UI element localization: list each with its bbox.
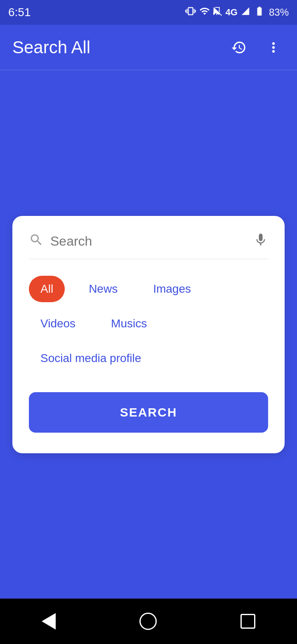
vibrate-icon [185, 6, 196, 19]
bottom-nav [0, 599, 297, 644]
status-time: 6:51 [8, 6, 31, 19]
back-button[interactable] [25, 606, 72, 636]
app-bar: Search All [0, 25, 297, 70]
battery-icon [253, 6, 266, 19]
app-bar-actions [228, 36, 285, 59]
recents-button[interactable] [224, 607, 272, 635]
home-button[interactable] [123, 606, 173, 637]
search-input[interactable] [50, 234, 247, 249]
search-icon [29, 232, 44, 251]
network-type: 4G [226, 7, 238, 18]
recents-icon [240, 614, 255, 629]
search-card: All News Images Videos Musics Social med… [12, 216, 285, 453]
chip-social-media-profile[interactable]: Social media profile [29, 345, 153, 372]
app-title: Search All [12, 38, 90, 57]
chip-videos[interactable]: Videos [29, 310, 87, 337]
filter-chips: All News Images Videos Musics Social med… [29, 276, 268, 372]
chip-all[interactable]: All [29, 276, 65, 302]
home-icon [139, 613, 157, 630]
mic-icon[interactable] [253, 232, 268, 251]
status-bar: 6:51 4G [0, 0, 297, 25]
signal-bar-icon [241, 6, 250, 19]
history-button[interactable] [228, 36, 250, 59]
more-options-button[interactable] [262, 36, 285, 59]
search-button[interactable]: SEARCH [29, 392, 268, 433]
status-icons: 4G 83% [185, 6, 289, 19]
chip-musics[interactable]: Musics [99, 310, 158, 337]
battery-percentage: 83% [269, 7, 289, 18]
back-icon [42, 613, 56, 630]
chip-news[interactable]: News [77, 276, 129, 302]
signal-icon [213, 6, 222, 19]
search-input-row [29, 232, 268, 259]
wifi-icon [199, 6, 210, 19]
chip-images[interactable]: Images [141, 276, 203, 302]
main-content: All News Images Videos Musics Social med… [0, 70, 297, 599]
